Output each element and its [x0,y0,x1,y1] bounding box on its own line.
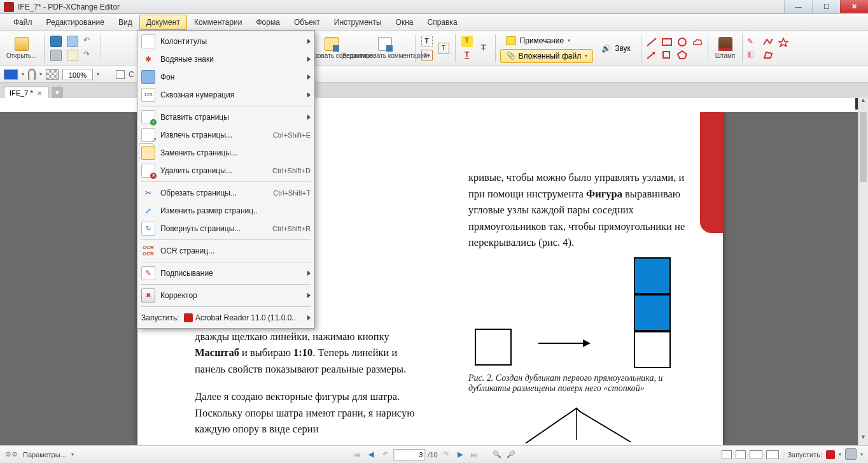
menu-bates[interactable]: 123Сквозная нумерация [137,86,314,104]
menu-edit[interactable]: Редактирование [39,15,111,30]
menu-help[interactable]: Справка [420,15,464,30]
menu-background[interactable]: Фон [137,68,314,86]
page-number-input[interactable] [393,449,425,460]
star-button[interactable] [778,37,789,47]
highlight-button[interactable]: T [460,35,474,48]
circle-shape-button[interactable] [676,37,688,47]
menu-delete-pages[interactable]: ✕Удалить страницы...Ctrl+Shift+D [137,162,314,180]
menu-crop-pages[interactable]: ✂Обрезать страницы...Ctrl+Shift+T [137,184,314,202]
menu-form[interactable]: Форма [249,15,286,30]
rect-shape-button[interactable] [661,37,673,47]
poly-closed-button[interactable] [762,50,774,60]
line-shape-button[interactable] [646,37,657,47]
scrollbar-thumb[interactable] [860,112,867,182]
menu-signing[interactable]: ✎Подписывание [137,264,314,282]
menu-headers-footers[interactable]: Колонтитулы [137,32,314,50]
attachment-tool-button[interactable] [28,69,36,80]
stamp-button[interactable]: Штамп [713,33,738,64]
status-bar: ⚙⚙ Параметры...▾ ⏮ ◀ ↶ /10 ↷ ▶ ⏭ 🔍 🔎 Зап… [0,445,868,463]
vertical-scrollbar[interactable]: ▲ ▼ [858,97,868,445]
pencil-button[interactable]: ✎ [747,37,759,47]
text-select-button[interactable]: T [420,35,434,48]
menu-view[interactable]: Вид [111,15,139,30]
folder-open-icon [15,37,29,51]
zoom-value[interactable]: 100% [62,69,93,80]
document-viewport[interactable]: ных фигур сновных размеровзоверхность ша… [0,112,858,445]
sound-button[interactable]: 🔊 Звук [596,41,636,55]
strikeout-button[interactable]: T [477,42,491,55]
layout-facing-button[interactable] [750,450,762,459]
document-menu-dropdown: Колонтитулы ✱Водяные знаки Фон 123Сквозн… [137,31,315,329]
menu-insert-pages[interactable]: +Вставить страницы [137,108,314,126]
undo-button[interactable]: ↶ [82,35,96,48]
fill-color-button[interactable] [4,69,18,80]
poly-line-button[interactable] [762,37,774,47]
window-controls: — ☐ ✕ [784,0,868,13]
menu-resize-pages[interactable]: ⤢Изменить размер страниц.. [137,202,314,220]
status-print-button[interactable] [845,448,857,461]
props-checkbox[interactable] [116,70,125,79]
menu-windows[interactable]: Окна [389,15,421,30]
pentagon-shape-button[interactable] [676,50,688,60]
redo-button[interactable]: ↷ [82,49,96,62]
nav-prev-button[interactable]: ◀ [365,449,377,460]
underline-button[interactable]: T [460,49,474,62]
layout-cont-button[interactable] [736,450,746,459]
note-button[interactable]: Примечание▾ [500,34,594,48]
status-acrobat-icon[interactable] [826,450,835,459]
resize-icon: ⤢ [141,204,155,218]
tab-add-button[interactable]: ▾ [52,87,63,98]
menu-watermarks[interactable]: ✱Водяные знаки [137,50,314,68]
menu-replace-pages[interactable]: Заменить страницы... [137,144,314,162]
menu-ocr-pages[interactable]: OCROCROCR страниц... [137,242,314,260]
options-gear-icon[interactable]: ⚙⚙ [5,450,18,459]
menu-document[interactable]: Документ [139,15,187,30]
nav-back-button[interactable]: ↶ [379,449,391,460]
zoom-out-button[interactable]: 🔍 [491,449,503,460]
options-button[interactable]: Параметры... [23,451,66,459]
props-label: С [129,70,134,79]
scan-button[interactable] [66,35,80,48]
menu-corrector[interactable]: ✖Корректор [137,287,314,304]
menu-tools[interactable]: Инструменты [327,15,389,30]
square-shape-button[interactable] [661,50,673,60]
nav-next-button[interactable]: ▶ [454,449,466,460]
nav-last-button[interactable]: ⏭ [468,449,480,460]
layout-single-button[interactable] [722,450,732,459]
edit-comments-button[interactable]: Редактировать комментарии [360,33,410,64]
zoom-in-button[interactable]: 🔎 [505,449,517,460]
nav-forward-button[interactable]: ↷ [440,449,452,460]
menu-comments[interactable]: Комментарии [187,15,249,30]
tab-close-icon[interactable]: ✕ [37,90,42,97]
maximize-button[interactable]: ☐ [812,0,840,13]
arrow-shape-button[interactable] [646,50,657,60]
menu-object[interactable]: Объект [287,15,327,30]
undo-icon: ↶ [83,36,95,47]
ocr-icon: OCROCR [141,244,155,258]
cloud-shape-button[interactable] [692,37,703,47]
printer-icon [50,50,62,61]
menu-extract-pages[interactable]: ↗Извлечь страницы...Ctrl+Shift+E [137,126,314,144]
delete-page-icon: ✕ [141,164,155,178]
eraser-button[interactable]: ◧ [747,50,759,60]
opacity-button[interactable] [46,69,59,80]
menu-file[interactable]: Файл [6,15,39,30]
print-button[interactable] [49,49,63,62]
nav-first-button[interactable]: ⏮ [351,449,363,460]
tab-ife7[interactable]: IFE_7 * ✕ [4,87,49,98]
main-toolbar: Открыть... ↶ ↷ Редактировать содержимое … [0,31,868,66]
callout-button[interactable]: T [437,42,451,55]
open-button[interactable]: Открыть... [4,33,39,64]
textbox-button[interactable]: T▾ [420,49,434,62]
layout-facing-cont-button[interactable] [766,450,779,459]
email-button[interactable] [66,49,80,62]
close-button[interactable]: ✕ [840,0,868,13]
menu-rotate-pages[interactable]: ↻Повернуть страницы...Ctrl+Shift+R [137,220,314,238]
figure-2-caption: Рис. 2. Создан дубликат первого прямоуго… [468,373,697,394]
attachment-button[interactable]: 📎 Вложенный файл▾ [500,49,594,63]
title-bar: IFE_7* - PDF-XChange Editor — ☐ ✕ [0,0,868,14]
note-icon [506,36,516,45]
menu-launch-acrobat[interactable]: Запустить: Acrobat Reader 11.0 (11.0.0.. [137,309,314,327]
save-button[interactable] [49,35,63,48]
minimize-button[interactable]: — [784,0,812,13]
